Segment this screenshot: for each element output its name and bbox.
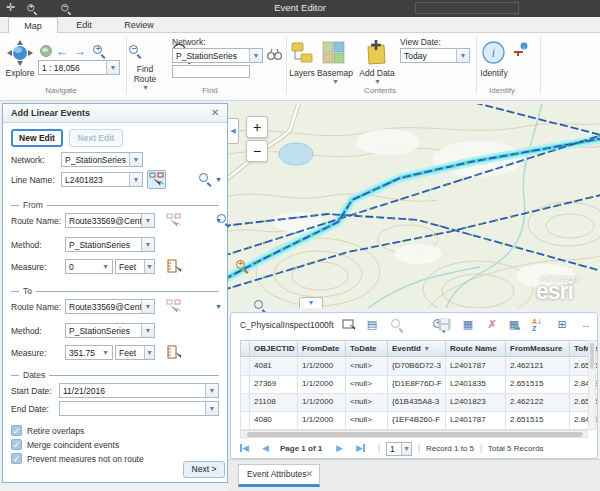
delete-icon[interactable]: ✗ [484,317,500,331]
column-header-frommeasure[interactable]: FromMeasure [506,340,570,357]
view-date-dropdown[interactable]: Today ▼ [400,48,470,63]
export-table-icon[interactable]: ▦➜ [506,317,522,331]
map-zoom-in-button[interactable]: + [246,116,268,138]
cell[interactable]: {D1E8F76D-F [388,376,446,394]
select-route-on-map-icon[interactable] [165,298,182,315]
cell[interactable]: 2.462122 [506,394,570,412]
to-route-dropdown[interactable]: Route33569@Cent ▼ [65,299,155,314]
sort-icon[interactable]: A↓Z [532,317,542,332]
ribbon-network-dropdown[interactable]: P_StationSeries ▼ [172,48,263,63]
cell[interactable]: L2401787 [446,412,506,430]
chevron-down-icon[interactable]: ▼ [205,402,218,415]
cell[interactable]: 4080 [250,412,298,430]
scrollbar-thumb[interactable] [590,343,594,369]
basemap-chevron-icon[interactable]: ▼ [332,78,339,85]
to-route-zoom-icon[interactable] [253,299,267,313]
cell[interactable]: L2401787 [446,358,506,376]
next-page-icon[interactable]: ▶ [336,443,343,453]
titlebar-search-box[interactable] [415,2,519,14]
chevron-down-icon[interactable]: ▼ [129,153,142,166]
cell[interactable]: L2401823 [446,394,506,412]
chevron-down-icon[interactable]: ▼ [141,300,154,313]
tab-edit[interactable]: Edit [62,17,106,33]
select-route-on-map-icon[interactable] [165,212,182,229]
attribute-window-icon[interactable]: ⊞ [554,317,570,331]
binoculars-icon[interactable] [267,48,282,61]
extent-icon[interactable]: ↔ [578,317,594,331]
cell[interactable]: 1/1/2000 [298,358,346,376]
row-selector[interactable] [240,394,250,412]
select-line-on-map-button[interactable] [147,170,166,189]
from-unit-dropdown[interactable]: Feet ▼ [115,259,155,274]
from-route-dropdown[interactable]: Route33569@Cent ▼ [65,213,155,228]
column-header-todate[interactable]: ToDate [346,340,388,357]
back-arrow-icon[interactable]: ← [56,45,68,57]
cell[interactable]: 1/1/2000 [298,412,346,430]
column-header-fromdate[interactable]: FromDate [298,340,346,357]
save-icon[interactable] [438,318,451,331]
tab-event-attributes[interactable]: Event Attributes ✕ [238,464,320,487]
line-name-dropdown[interactable]: L2401823 ▼ [61,172,143,187]
collapse-panel-button[interactable]: ◀ [228,118,239,144]
basemap-icon[interactable] [322,41,345,64]
add-data-icon[interactable] [364,39,388,65]
scrollbar-thumb[interactable] [247,432,583,437]
chevron-down-icon[interactable]: ▼ [99,260,112,273]
close-icon[interactable]: ✕ [211,107,219,118]
chevron-down-icon[interactable]: ▼ [249,49,262,62]
cell[interactable]: 27369 [250,376,298,394]
cell[interactable]: 4081 [250,358,298,376]
next-button[interactable]: Next > [183,461,225,478]
to-route-zoom-chevron-icon[interactable]: ▼ [215,303,222,310]
find-route-chevron-icon[interactable]: ▼ [142,84,149,91]
chevron-down-icon[interactable]: ▼ [141,214,154,227]
horizontal-scrollbar[interactable] [240,430,588,438]
vertical-scrollbar[interactable] [588,340,596,430]
forward-arrow-icon[interactable]: → [74,45,86,57]
route-search-input[interactable] [172,65,250,78]
globe-icon[interactable] [40,45,52,57]
start-date-dropdown[interactable]: 11/21/2016 ▼ [59,383,219,398]
chevron-down-icon[interactable]: ▼ [141,324,154,337]
first-page-icon[interactable]: ◀ [240,443,249,453]
from-measure-combo[interactable]: 0 ▼ [65,259,113,274]
layers-icon[interactable] [290,41,314,65]
add-data-chevron-icon[interactable]: ▼ [374,78,381,85]
identify-route-icon[interactable]: i [512,42,528,58]
prevent-measures-checkbox[interactable]: ✓ [11,453,22,464]
sort-chevron-icon[interactable]: ▼ [423,345,430,352]
chevron-down-icon[interactable]: ▼ [129,173,142,186]
from-method-dropdown[interactable]: P_StationSeries ▼ [65,237,155,252]
line-zoom-chevron-icon[interactable]: ▼ [215,176,222,183]
to-unit-dropdown[interactable]: Feet ▼ [115,345,155,360]
to-measure-combo[interactable]: 351.75 ▼ [65,345,113,360]
chevron-down-icon[interactable]: ▼ [144,260,154,273]
select-measure-icon[interactable] [167,344,183,360]
cell[interactable]: L2401835 [446,376,506,394]
chevron-down-icon[interactable]: ▼ [99,346,112,359]
tab-review[interactable]: Review [112,17,166,33]
map-zoom-out-button[interactable]: − [246,140,268,162]
column-header-eventid[interactable]: EventId ▼ [388,340,446,357]
column-header-routename[interactable]: Route Name [446,340,506,357]
column-header-objectid[interactable]: OBJECTID [250,340,298,357]
from-route-zoom-chevron-icon[interactable]: ▼ [215,217,222,224]
merge-coincident-checkbox[interactable]: ✓ [11,439,22,450]
cell[interactable]: 2.462121 [506,358,570,376]
cell[interactable]: <null> [346,376,388,394]
select-measure-icon[interactable] [167,258,183,274]
retire-overlaps-checkbox[interactable]: ✓ [11,425,22,436]
cell[interactable]: 2.651515 [506,376,570,394]
line-zoom-icon[interactable] [198,172,212,186]
prev-page-icon[interactable]: ◀ [262,443,269,453]
row-selector[interactable] [240,376,250,394]
cell[interactable]: {61B435A8-3 [388,394,446,412]
new-edit-button[interactable]: New Edit [11,129,63,147]
tab-map[interactable]: Map [8,17,58,33]
row-selector[interactable] [240,412,250,430]
chevron-down-icon[interactable]: ▼ [141,238,154,251]
calculate-icon[interactable]: ▦ [460,317,476,331]
network-dropdown[interactable]: P_StationSeries ▼ [61,152,143,167]
scale-dropdown[interactable]: 1 : 18,056 ▼ [38,60,120,75]
cell[interactable]: <null> [346,394,388,412]
